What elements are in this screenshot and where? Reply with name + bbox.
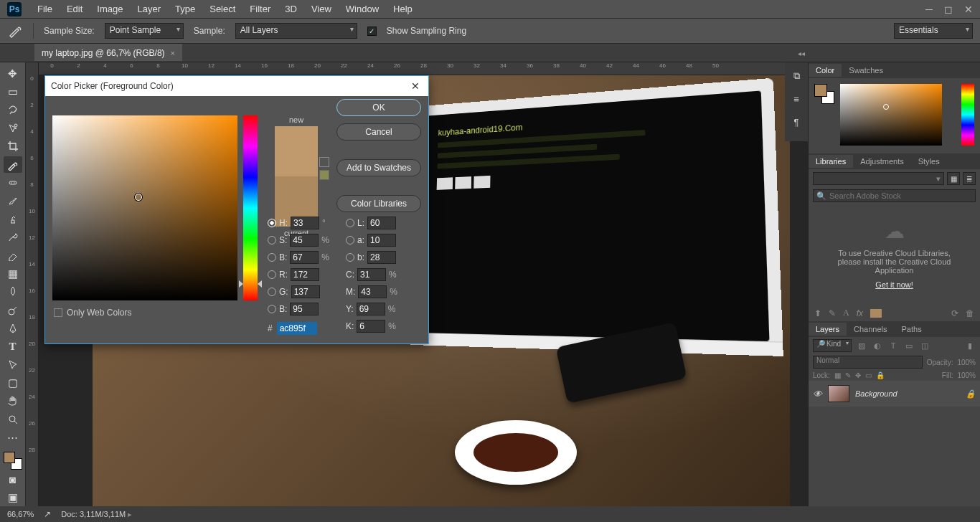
- maximize-icon[interactable]: ◻: [944, 4, 953, 15]
- radio-l[interactable]: [346, 219, 354, 227]
- share-icon[interactable]: ↗: [44, 509, 51, 519]
- lock-art-icon[interactable]: ▭: [865, 371, 872, 379]
- mini-fgbg[interactable]: [814, 84, 834, 104]
- menu-type[interactable]: Type: [168, 0, 202, 19]
- menu-view[interactable]: View: [304, 0, 339, 19]
- lock-trans-icon[interactable]: ▦: [834, 371, 841, 379]
- tool-pen[interactable]: [4, 320, 22, 336]
- tab-close-icon[interactable]: ×: [171, 49, 175, 57]
- doc-info[interactable]: Doc: 3,11M/3,11M: [61, 510, 132, 519]
- color-libraries-button[interactable]: Color Libraries: [336, 195, 421, 212]
- mini-hue-strip[interactable]: [961, 84, 974, 146]
- tool-heal[interactable]: [4, 174, 22, 191]
- opacity-value[interactable]: 100%: [957, 359, 976, 366]
- input-bri[interactable]: [290, 251, 319, 264]
- tab-styles[interactable]: Styles: [911, 155, 947, 168]
- library-dropdown[interactable]: ▾: [813, 172, 944, 185]
- tab-libraries[interactable]: Libraries: [809, 155, 853, 168]
- only-web-colors-checkbox[interactable]: [54, 308, 62, 317]
- tab-channels[interactable]: Channels: [847, 323, 894, 336]
- properties-panel-icon[interactable]: ≡: [790, 92, 803, 105]
- lib-footer-icon[interactable]: ⬆: [814, 308, 821, 318]
- tool-eraser[interactable]: [4, 247, 22, 264]
- tool-history-brush[interactable]: [4, 229, 22, 245]
- tool-screenmode[interactable]: ▣: [4, 490, 22, 506]
- tab-swatches[interactable]: Swatches: [842, 64, 890, 77]
- add-swatches-button[interactable]: Add to Swatches: [336, 159, 421, 176]
- zoom-level[interactable]: 66,67%: [7, 510, 34, 518]
- radio-h[interactable]: [268, 219, 276, 227]
- radio-g[interactable]: [268, 288, 276, 296]
- show-sampling-ring-checkbox[interactable]: ✓: [367, 27, 377, 36]
- character-panel-icon[interactable]: ¶: [790, 115, 803, 128]
- input-h[interactable]: [291, 217, 319, 229]
- filter-type-icon[interactable]: T: [887, 340, 899, 351]
- layer-filter-kind[interactable]: 🔎Kind: [813, 339, 852, 352]
- input-y[interactable]: [357, 303, 385, 315]
- menu-layer[interactable]: Layer: [131, 0, 169, 19]
- menu-filter[interactable]: Filter: [242, 0, 278, 19]
- get-it-now-link[interactable]: Get it now!: [875, 280, 913, 289]
- layer-lock-icon[interactable]: 🔒: [966, 389, 976, 399]
- menu-image[interactable]: Image: [90, 0, 130, 19]
- sample-size-dropdown[interactable]: Point Sample: [105, 23, 184, 39]
- workspace-dropdown[interactable]: Essentials: [894, 23, 973, 39]
- menu-window[interactable]: Window: [339, 0, 386, 19]
- filter-pixel-icon[interactable]: ▨: [856, 340, 867, 351]
- tool-blur[interactable]: [4, 284, 22, 300]
- tool-zoom[interactable]: [4, 411, 22, 427]
- mini-color-field[interactable]: [840, 84, 942, 146]
- tool-quickmask[interactable]: ◙: [4, 471, 22, 488]
- tool-edit-toolbar[interactable]: ⋯: [4, 430, 22, 446]
- foreground-background-colors[interactable]: [4, 452, 22, 470]
- menu-select[interactable]: Select: [202, 0, 242, 19]
- filter-shape-icon[interactable]: ▭: [903, 340, 915, 351]
- tool-type[interactable]: T: [4, 338, 22, 355]
- input-a[interactable]: [367, 234, 396, 247]
- layer-thumbnail[interactable]: [828, 385, 849, 402]
- library-search-input[interactable]: 🔍 Search Adobe Stock: [813, 189, 976, 202]
- ok-button[interactable]: OK: [336, 99, 421, 116]
- input-c[interactable]: [357, 268, 386, 281]
- input-s[interactable]: [290, 234, 319, 247]
- tool-marquee[interactable]: ▭: [4, 83, 22, 100]
- library-grid-icon[interactable]: ▦: [947, 172, 960, 185]
- radio-s[interactable]: [268, 236, 276, 245]
- document-tab[interactable]: my laptop.jpg @ 66,7% (RGB/8) ×: [34, 44, 182, 61]
- filter-toggle[interactable]: ▮: [964, 340, 976, 351]
- tool-quick-select[interactable]: [4, 120, 22, 136]
- input-lab-b[interactable]: [367, 251, 396, 264]
- input-k[interactable]: [357, 320, 385, 333]
- lib-footer-icon[interactable]: ✎: [829, 308, 836, 318]
- tool-gradient[interactable]: ▦: [4, 265, 22, 282]
- current-tool-icon[interactable]: [7, 23, 23, 39]
- lib-footer-icon[interactable]: fx: [857, 308, 863, 318]
- sample-dropdown[interactable]: All Layers: [235, 23, 357, 39]
- lib-footer-trash-icon[interactable]: 🗑: [966, 308, 974, 318]
- foreground-color-swatch[interactable]: [4, 452, 15, 463]
- menu-edit[interactable]: Edit: [60, 0, 90, 19]
- blend-mode-dropdown[interactable]: Normal: [813, 356, 923, 369]
- layer-row-background[interactable]: 👁 Background 🔒: [809, 381, 980, 407]
- radio-a[interactable]: [346, 236, 354, 245]
- input-blue[interactable]: [290, 303, 319, 315]
- websafe-swatch[interactable]: [319, 170, 329, 180]
- tab-paths[interactable]: Paths: [895, 323, 929, 336]
- lib-footer-icon[interactable]: A: [843, 308, 849, 318]
- tool-eyedropper[interactable]: [4, 156, 22, 173]
- tool-rectangle[interactable]: ▢: [4, 374, 22, 391]
- tool-brush[interactable]: [4, 193, 22, 209]
- tab-layers[interactable]: Layers: [809, 323, 847, 336]
- lock-pixels-icon[interactable]: ✎: [845, 371, 851, 379]
- lock-all-icon[interactable]: 🔒: [876, 371, 885, 379]
- radio-b[interactable]: [268, 253, 276, 262]
- tab-adjustments[interactable]: Adjustments: [853, 155, 911, 168]
- tool-clone[interactable]: [4, 211, 22, 227]
- tool-move[interactable]: ✥: [4, 65, 22, 82]
- tool-crop[interactable]: [4, 138, 22, 155]
- library-list-icon[interactable]: ≣: [963, 172, 976, 185]
- hex-input[interactable]: [277, 322, 317, 335]
- lib-footer-icon[interactable]: ⟳: [951, 308, 958, 318]
- history-panel-icon[interactable]: ⧉: [790, 70, 803, 82]
- hue-slider[interactable]: [243, 115, 258, 300]
